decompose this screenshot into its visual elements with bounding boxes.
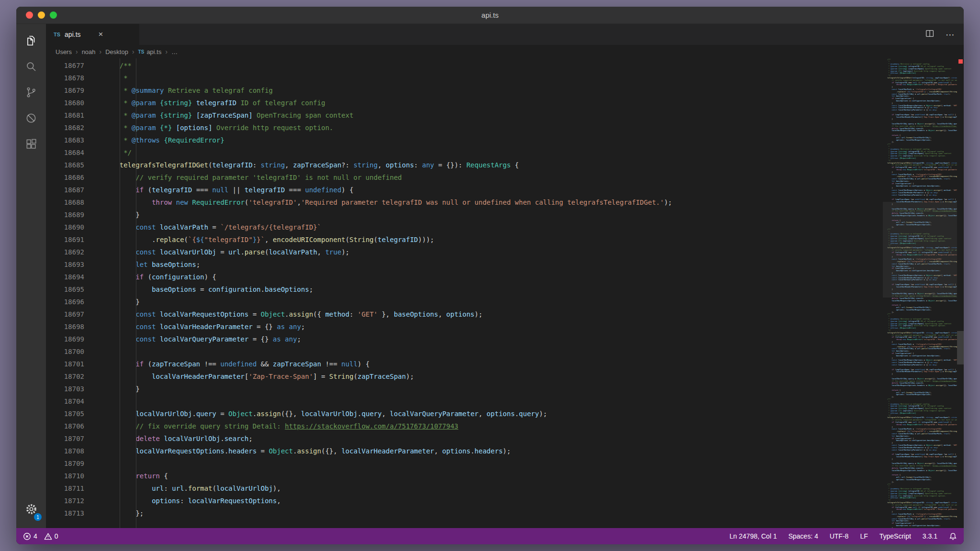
line-number: 18679	[46, 84, 84, 97]
breadcrumb-item[interactable]: noah	[82, 48, 96, 55]
code-line: }	[883, 527, 957, 528]
code-line: /**	[103, 59, 883, 72]
titlebar[interactable]: api.ts	[16, 7, 964, 24]
code-line: localVarHeaderParameter['Zap-Trace-Span'…	[883, 455, 957, 458]
line-number: 18710	[46, 470, 84, 482]
code-line: delete localVarUrlObj.search;	[103, 432, 883, 445]
status-cursor-position[interactable]: Ln 24798, Col 1	[730, 532, 777, 540]
scrollbar-thumb[interactable]	[957, 331, 964, 364]
line-number: 18697	[46, 308, 84, 320]
indent-guide	[136, 58, 136, 528]
line-number: 18699	[46, 333, 84, 345]
editor[interactable]: 1867718678186791868018681186821868318684…	[46, 58, 964, 528]
code-line: }	[103, 209, 883, 221]
minimap[interactable]: /** * * @summary Retrieve a telegraf con…	[883, 58, 957, 528]
line-number: 18687	[46, 184, 84, 196]
breadcrumb-separator-icon: ›	[100, 48, 102, 55]
tab-label: api.ts	[65, 31, 80, 38]
code-line: * @param {string} telegrafID ID of teleg…	[103, 97, 883, 109]
code-line: localVarHeaderParameter['Zap-Trace-Span'…	[883, 116, 957, 118]
code-line: localVarHeaderParameter['Zap-Trace-Span'…	[883, 371, 957, 373]
code-line: *	[103, 72, 883, 84]
editor-code[interactable]: /** * * @summary Retrieve a telegraf con…	[84, 58, 883, 528]
status-errors[interactable]: 4	[23, 532, 37, 540]
line-number: 18685	[46, 159, 84, 171]
code-line: const localVarRequestOptions = Object.as…	[103, 308, 883, 320]
close-window-button[interactable]	[26, 11, 33, 19]
breadcrumb-item[interactable]: Desktop	[105, 48, 128, 55]
line-number: 18686	[46, 171, 84, 184]
code-line: if (telegrafID === null || telegrafID ==…	[103, 184, 883, 196]
line-number: 18683	[46, 134, 84, 146]
debug-icon[interactable]	[16, 105, 46, 131]
explorer-icon[interactable]	[16, 28, 46, 54]
breadcrumb-item[interactable]: Users	[56, 48, 72, 55]
typescript-file-icon: TS	[138, 49, 145, 55]
code-line: localVarUrlObj.query = Object.assign({},…	[103, 408, 883, 420]
line-number: 18705	[46, 408, 84, 420]
tab-bar: TS api.ts × ⋯	[46, 24, 964, 45]
zoom-window-button[interactable]	[50, 11, 57, 19]
notifications-bell-icon[interactable]	[949, 532, 957, 540]
code-line: if (zapTraceSpan !== undefined && zapTra…	[103, 358, 883, 370]
code-line	[103, 345, 883, 358]
more-actions-icon[interactable]: ⋯	[946, 29, 955, 40]
split-editor-icon[interactable]	[924, 28, 935, 41]
code-line: }	[103, 383, 883, 395]
status-typescript-version[interactable]: 3.3.1	[923, 532, 937, 540]
indent-guide	[120, 58, 120, 528]
breadcrumb-separator-icon: ›	[165, 48, 167, 55]
status-encoding[interactable]: UTF-8	[830, 532, 849, 540]
line-number: 18681	[46, 109, 84, 121]
code-line: url: url.format(localVarUrlObj),	[103, 482, 883, 495]
status-eol[interactable]: LF	[860, 532, 868, 540]
code-line: localVarRequestOptions.headers = Object.…	[103, 445, 883, 457]
settings-notification-badge: 1	[34, 513, 42, 521]
code-line: * @param {string} [zapTraceSpan] OpenTra…	[103, 109, 883, 121]
line-number: 18704	[46, 395, 84, 408]
extensions-icon[interactable]	[16, 131, 46, 157]
line-number: 18695	[46, 283, 84, 296]
line-number: 18688	[46, 196, 84, 209]
line-number: 18707	[46, 432, 84, 445]
code-line: throw new RequiredError('telegrafID','Re…	[883, 168, 957, 171]
code-line: * @param {*} [options] Override http req…	[103, 121, 883, 134]
breadcrumb-item[interactable]: TSapi.ts	[138, 48, 162, 55]
line-number: 18696	[46, 296, 84, 308]
status-language-mode[interactable]: TypeScript	[880, 532, 911, 540]
traffic-lights	[26, 7, 57, 23]
code-line: };	[103, 507, 883, 519]
code-line: localVarRequestOptions.headers = Object.…	[883, 299, 957, 302]
breadcrumb-item[interactable]: …	[171, 48, 178, 55]
code-line: // verify required parameter 'telegrafID…	[103, 171, 883, 184]
status-warnings[interactable]: 0	[44, 532, 58, 540]
line-number: 18709	[46, 457, 84, 470]
code-line: * @throws {RequiredError}	[103, 134, 883, 146]
breadcrumb-separator-icon: ›	[76, 48, 78, 55]
line-number: 18698	[46, 320, 84, 333]
line-number: 18703	[46, 383, 84, 395]
minimap-slider[interactable]	[883, 202, 957, 298]
minimize-window-button[interactable]	[38, 11, 45, 19]
code-line: throw new RequiredError('telegrafID','Re…	[883, 84, 957, 86]
typescript-file-icon: TS	[54, 32, 60, 37]
error-count: 4	[33, 532, 37, 540]
error-marker	[958, 59, 963, 64]
status-indentation[interactable]: Spaces: 4	[788, 532, 818, 540]
code-line: throw new RequiredError('telegrafID','Re…	[883, 339, 957, 341]
window-title: api.ts	[481, 11, 499, 19]
search-icon[interactable]	[16, 54, 46, 79]
line-number: 18712	[46, 495, 84, 507]
source-control-icon[interactable]	[16, 79, 46, 105]
settings-gear-icon[interactable]: 1	[16, 495, 46, 523]
code-line: throw new RequiredError('telegrafID','Re…	[103, 196, 883, 209]
line-number: 18684	[46, 146, 84, 159]
code-line: const localVarQueryParameter = {} as any…	[103, 333, 883, 345]
line-number: 18694	[46, 271, 84, 283]
close-tab-icon[interactable]: ×	[99, 30, 103, 39]
code-line: baseOptions = configuration.baseOptions;	[103, 283, 883, 296]
code-line: localVarRequestOptions.headers = Object.…	[883, 469, 957, 472]
tab-api-ts[interactable]: TS api.ts ×	[46, 24, 139, 45]
scrollbar[interactable]	[957, 58, 964, 528]
code-line: localVarRequestOptions.headers = Object.…	[883, 130, 957, 132]
